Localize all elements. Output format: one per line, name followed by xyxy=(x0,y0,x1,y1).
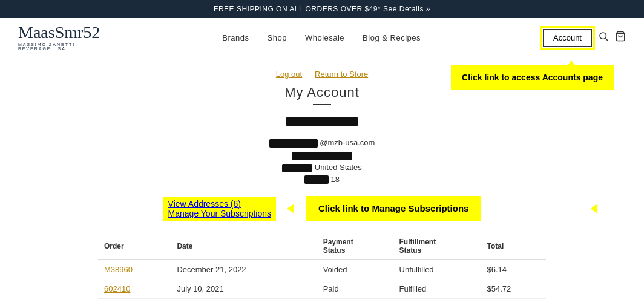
user-address xyxy=(98,151,546,161)
orders-table: Order Date PaymentStatus FulfillmentStat… xyxy=(98,233,546,303)
order-date-0: December 21, 2022 xyxy=(171,260,317,279)
title-underline xyxy=(313,104,331,105)
logo-sub: MASSIMO ZANETTIBEVERAGE USA xyxy=(18,42,75,51)
order-payment-2: Paid xyxy=(317,299,393,303)
nav-wholesale[interactable]: Wholesale xyxy=(305,33,344,42)
order-fulfillment-1: Fulfilled xyxy=(393,279,481,299)
table-row: 602410 July 10, 2021 Paid Fulfilled $54.… xyxy=(98,279,546,299)
col-fulfillment: FulfillmentStatus xyxy=(393,233,481,260)
search-button[interactable] xyxy=(598,31,609,44)
orders-section: Order Date PaymentStatus FulfillmentStat… xyxy=(98,233,546,303)
col-order: Order xyxy=(98,233,171,260)
nav-shop[interactable]: Shop xyxy=(268,33,287,42)
cart-button[interactable] xyxy=(615,31,626,44)
table-row: M38960 December 21, 2022 Voided Unfulfil… xyxy=(98,260,546,279)
col-total: Total xyxy=(481,233,546,260)
col-payment: PaymentStatus xyxy=(317,233,393,260)
order-id-2: ... xyxy=(98,299,171,303)
order-date-1: July 10, 2021 xyxy=(171,279,317,299)
main-nav: Brands Shop Wholesale Blog & Recipes xyxy=(222,33,421,42)
view-addresses-link[interactable]: View Addresses (6) xyxy=(168,199,241,209)
user-num: 18 xyxy=(98,175,546,184)
order-total-0: $6.14 xyxy=(481,260,546,279)
logo-area: MaasSmr52 MASSIMO ZANETTIBEVERAGE USA xyxy=(18,24,100,51)
logout-link[interactable]: Log out xyxy=(276,70,302,79)
email-suffix: @mzb-usa.com xyxy=(320,138,375,147)
svg-line-1 xyxy=(605,38,608,41)
callout-subscriptions: Click link to Manage Subscriptions xyxy=(306,196,481,221)
manage-subscriptions-link[interactable]: Manage Your Subscriptions xyxy=(168,209,271,218)
svg-point-0 xyxy=(600,33,606,39)
order-fulfillment-0: Unfulfilled xyxy=(393,260,481,279)
logo-cursive: MaasSmr52 xyxy=(18,24,100,41)
return-to-store-link[interactable]: Return to Store xyxy=(315,70,368,79)
account-button[interactable]: Account xyxy=(543,29,592,47)
order-payment-0: Voided xyxy=(317,260,393,279)
order-link-1[interactable]: 602410 xyxy=(104,284,130,293)
cart-icon xyxy=(615,31,626,42)
num-redacted xyxy=(304,175,329,184)
order-id-0: M38960 xyxy=(98,260,171,279)
order-total-2: ... xyxy=(481,299,546,303)
top-banner: FREE SHIPPING ON ALL ORDERS OVER $49* Se… xyxy=(0,0,644,18)
order-id-1: 602410 xyxy=(98,279,171,299)
action-links-highlight: View Addresses (6) Manage Your Subscript… xyxy=(163,197,276,221)
user-info: @mzb-usa.com United States 18 xyxy=(98,117,546,184)
action-row: View Addresses (6) Manage Your Subscript… xyxy=(98,196,546,221)
search-icon xyxy=(598,31,609,42)
col-date: Date xyxy=(171,233,317,260)
order-date-2: ... xyxy=(171,299,317,303)
order-link-0[interactable]: M38960 xyxy=(104,265,133,274)
header: MaasSmr52 MASSIMO ZANETTIBEVERAGE USA Br… xyxy=(0,18,644,57)
nav-brands[interactable]: Brands xyxy=(222,33,249,42)
order-payment-1: Paid xyxy=(317,279,393,299)
main-content: Log out Return to Store My Account @mzb-… xyxy=(80,57,564,303)
user-email: @mzb-usa.com xyxy=(98,138,546,148)
callout-account: Click link to access Accounts page xyxy=(451,65,614,90)
callout-sub-wrapper: Click link to Manage Subscriptions xyxy=(294,196,481,221)
user-country: United States xyxy=(98,163,546,172)
order-total-1: $54.72 xyxy=(481,279,546,299)
banner-text: FREE SHIPPING ON ALL ORDERS OVER $49* Se… xyxy=(214,5,430,13)
num-suffix: 18 xyxy=(331,175,340,184)
order-fulfillment-2: Fulfilled xyxy=(393,299,481,303)
header-right: Account Click link to access Accounts pa… xyxy=(543,29,626,47)
country-text: United States xyxy=(315,163,362,172)
email-redacted xyxy=(269,139,318,148)
table-row: ... ... Paid Fulfilled ... xyxy=(98,299,546,303)
nav-blog[interactable]: Blog & Recipes xyxy=(363,33,421,42)
callout-sub-arrow xyxy=(287,204,294,213)
country-redacted xyxy=(282,164,312,172)
address-redacted xyxy=(292,152,352,160)
